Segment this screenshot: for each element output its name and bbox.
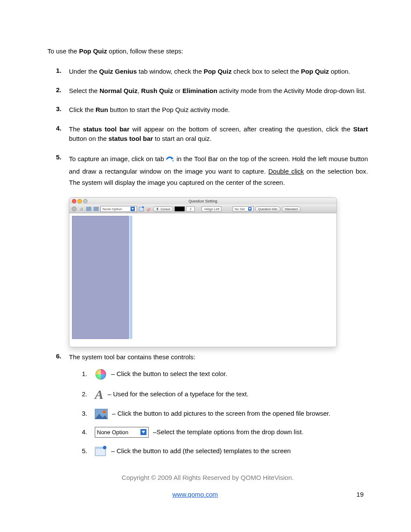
footer-link[interactable]: www.qomo.com [172, 491, 218, 498]
svg-marker-10 [249, 208, 251, 210]
intro-line: To use the Pop Quiz option, follow these… [47, 47, 368, 55]
step-2: 2. Select the Normal Quiz, Rush Quiz or … [56, 86, 368, 96]
step-body: Under the Quiz Genius tab window, check … [69, 67, 368, 77]
question-setting-window: Question Setting A None Option [69, 197, 337, 347]
svg-point-4 [90, 208, 91, 209]
font-icon[interactable]: A [78, 206, 84, 212]
control-item-color: 1. – Click the button to sele [82, 368, 368, 380]
step-body: The system tool bar contains these contr… [69, 352, 368, 464]
add-template-icon [95, 445, 107, 457]
control-item-template-dropdown: 4. None Option –Select the template opti… [82, 427, 368, 438]
picture-icon [95, 409, 108, 419]
step-number: 1. [56, 67, 69, 77]
svg-marker-16 [142, 431, 145, 433]
app-titlebar: Question Setting [69, 198, 336, 205]
control-item-template-add: 5. – Click the button to add (the select… [82, 445, 368, 457]
step-4: 4. The status tool bar will appear on th… [56, 124, 368, 144]
control-item-font: 2. A – Used for the selection of a typef… [82, 388, 368, 401]
step-1: 1. Under the Quiz Genius tab window, che… [56, 67, 368, 77]
sidebar-scrollbar[interactable] [129, 216, 132, 339]
app-body [69, 213, 336, 347]
minimize-icon[interactable] [78, 199, 82, 203]
app-sidebar [72, 216, 129, 339]
dropdown-arrow-icon[interactable] [248, 207, 252, 211]
step-number: 3. [56, 105, 69, 115]
color-wheel-icon [95, 368, 107, 380]
step-5: 5. To capture an image, click on tab in … [56, 153, 368, 188]
svg-point-15 [103, 410, 106, 413]
svg-marker-7 [131, 208, 134, 210]
standard-button[interactable]: Standard [282, 206, 301, 212]
steps-list: 1. Under the Quiz Genius tab window, che… [56, 67, 368, 464]
svg-rect-3 [86, 207, 91, 211]
svg-point-19 [103, 446, 106, 449]
stroke-width[interactable]: 2 [186, 206, 195, 212]
svg-point-6 [97, 208, 98, 209]
step-body: To capture an image, click on tab in the… [69, 153, 368, 188]
question-info-button[interactable]: Question Info [255, 206, 280, 212]
toolbar-controls-list: 1. – Click the button to sele [82, 368, 368, 457]
window-controls[interactable] [72, 199, 87, 203]
picture-icon[interactable] [86, 206, 92, 212]
svg-marker-0 [171, 157, 174, 159]
page-number: 19 [356, 491, 364, 498]
zoom-icon[interactable] [83, 199, 87, 203]
svg-point-9 [142, 206, 144, 208]
intro-bold: Pop Quiz [79, 47, 107, 55]
close-icon[interactable] [72, 199, 76, 203]
color-swatch[interactable] [174, 206, 185, 212]
step-number: 6. [56, 352, 69, 464]
cursor-button[interactable]: ⬆Cursor [153, 206, 174, 212]
intro-post: option, follow these steps: [107, 47, 183, 55]
step-3: 3. Click the Run button to start the Pop… [56, 105, 368, 115]
step-number: 5. [56, 153, 69, 188]
step-body: The status tool bar will appear on the b… [69, 124, 368, 144]
dropdown-arrow-icon[interactable] [131, 207, 135, 211]
step-number: 4. [56, 124, 69, 144]
color-picker-icon[interactable] [71, 206, 77, 212]
noset-select[interactable]: No Set [233, 206, 254, 212]
app-toolbar: A None Option [69, 205, 336, 213]
dropdown-arrow-icon[interactable] [140, 429, 146, 435]
template-add-icon[interactable] [138, 206, 144, 212]
template-dropdown[interactable]: None Option [100, 206, 137, 212]
eraser-icon[interactable] [146, 206, 152, 212]
app-title: Question Setting [189, 199, 218, 203]
page-footer: www.qomo.com 19 [47, 491, 368, 498]
copyright-line: Copyright © 2009 All Rights Reserved by … [47, 474, 368, 481]
svg-rect-5 [93, 207, 99, 211]
align-select[interactable]: ≡ Align Left [202, 206, 221, 212]
step-body: Select the Normal Quiz, Rush Quiz or Eli… [69, 86, 368, 96]
intro-pre: To use the [47, 47, 79, 55]
control-item-picture: 3. – Click the button to add pictures to… [82, 409, 368, 419]
picture-icon-2[interactable] [93, 206, 99, 212]
embedded-app-row: Question Setting A None Option [69, 197, 368, 347]
font-a-icon: A [95, 388, 103, 401]
step-body: Click the Run button to start the Pop Qu… [69, 105, 368, 115]
step-number: 2. [56, 86, 69, 96]
step-6: 6. The system tool bar contains these co… [56, 352, 368, 464]
none-option-dropdown[interactable]: None Option [95, 427, 149, 438]
capture-cursor-icon [166, 155, 174, 166]
